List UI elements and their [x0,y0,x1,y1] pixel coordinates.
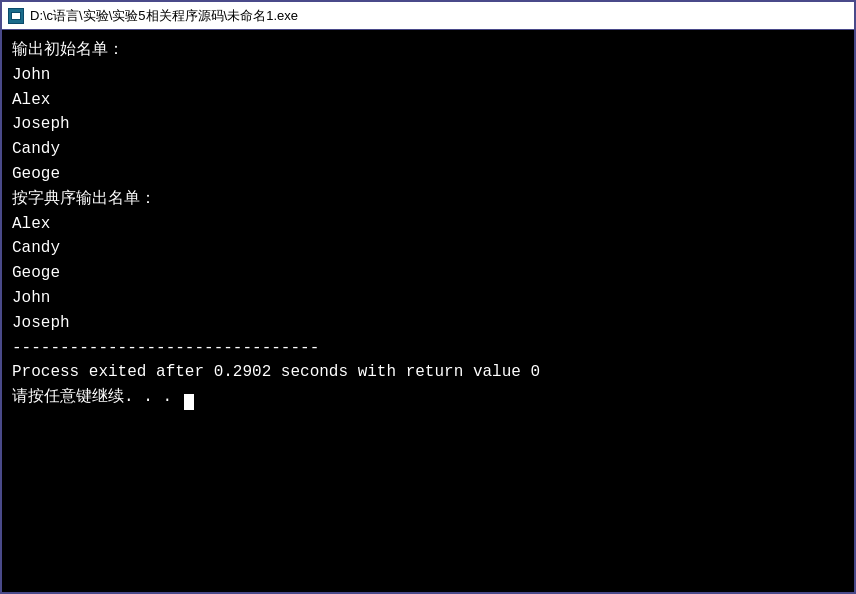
console-line: John [12,286,844,311]
console-line: 按字典序输出名单： [12,187,844,212]
cursor-blink [184,394,194,410]
title-bar: D:\c语言\实验\实验5相关程序源码\未命名1.exe [2,2,854,30]
console-line: 请按任意键继续. . . [12,385,844,410]
console-line: -------------------------------- [12,336,844,361]
console-window: D:\c语言\实验\实验5相关程序源码\未命名1.exe 输出初始名单：John… [0,0,856,594]
console-line: Geoge [12,162,844,187]
console-line: Alex [12,88,844,113]
console-output[interactable]: 输出初始名单：JohnAlexJosephCandyGeoge按字典序输出名单：… [2,30,854,592]
console-line: Geoge [12,261,844,286]
console-line: Candy [12,137,844,162]
console-line: John [12,63,844,88]
console-line: Joseph [12,311,844,336]
console-line: Process exited after 0.2902 seconds with… [12,360,844,385]
window-icon [8,8,24,24]
console-line: Joseph [12,112,844,137]
console-line: Alex [12,212,844,237]
console-line: Candy [12,236,844,261]
window-icon-inner [11,12,21,20]
console-line: 输出初始名单： [12,38,844,63]
window-title: D:\c语言\实验\实验5相关程序源码\未命名1.exe [30,7,298,25]
